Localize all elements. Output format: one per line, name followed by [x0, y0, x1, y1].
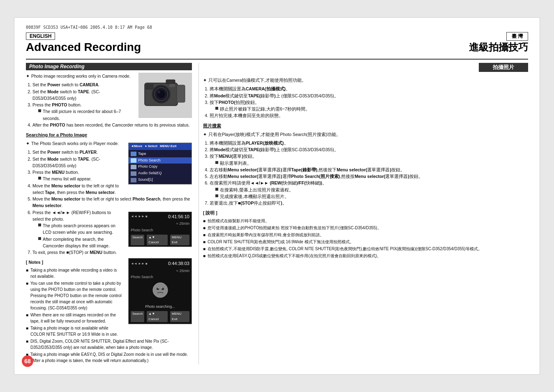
- top-bar: 00839F SCD353 USA+TAI~086 2005.4.10 8:17…: [26, 25, 528, 30]
- svg-point-13: [158, 288, 159, 288]
- svg-rect-6: [169, 84, 175, 87]
- menu-row-audio: Audio Sel&EQ: [129, 170, 192, 177]
- right-header: 臺 灣 進級拍攝技巧: [469, 32, 528, 54]
- playback-screen: ◄◄ ►► ■ 0:41:56:10 ≈ 25min Photo Search …: [128, 212, 192, 247]
- menu-screenshot: ◄Move ● Select MENU Exit Tape Photo Sear…: [128, 143, 192, 184]
- zh-notes-section: [ 說明 ] ■拍照模式在錄製影片時不能使用。 ■您可使用連接鏡上的PHOTO拍…: [203, 210, 528, 258]
- svg-point-11: [157, 288, 159, 290]
- right-section-header: 拍攝照片: [479, 63, 528, 72]
- left-section-header: Photo Image Recording: [26, 63, 192, 70]
- left-column: Photo Image Recording PHOTO: [26, 63, 199, 364]
- searching-screen: ◄◄ ►► ■ 0:44:38:03 ≈ 25min Photo Search: [128, 258, 192, 324]
- left-header: ENGLISH Advanced Recording: [26, 32, 141, 57]
- menu-row-photosearch: Photo Search: [129, 157, 192, 164]
- page-title-right: 進級拍攝技巧: [469, 41, 528, 54]
- searching-subtitle: Searching for a Photo Image: [26, 131, 192, 138]
- svg-point-10: [153, 283, 168, 297]
- page-wrapper: 00839F SCD353 USA+TAI~086 2005.4.10 8:17…: [14, 17, 540, 375]
- svg-point-4: [158, 91, 160, 93]
- menu-row-photocopy: Photo Copy: [129, 164, 192, 170]
- page-title-left: Advanced Recording: [26, 41, 141, 54]
- svg-rect-8: [177, 85, 185, 102]
- header-divider: [26, 59, 528, 60]
- camera-image: PHOTO: [138, 73, 192, 118]
- zh-searching-subtitle: 照片搜索: [203, 122, 528, 129]
- taiwan-badge: 臺 灣: [506, 32, 528, 41]
- main-content: Photo Image Recording PHOTO: [26, 63, 528, 364]
- english-badge: ENGLISH: [26, 32, 55, 40]
- header-row: ENGLISH Advanced Recording 臺 灣 進級拍攝技巧: [26, 32, 528, 57]
- svg-point-14: [162, 288, 162, 288]
- right-body: ✦ 只可以在Camera拍攝模式下,才能使用拍照功能。 將本機開關設置為CAME…: [203, 77, 528, 258]
- menu-row-sound: Sound[1]: [129, 177, 192, 183]
- svg-rect-9: [145, 84, 154, 90]
- menu-row-tape: Tape: [129, 151, 192, 157]
- page-number-badge: 68: [22, 355, 33, 367]
- svg-rect-5: [166, 80, 175, 84]
- right-column: 拍攝照片 ✦ 只可以在Camera拍攝模式下,才能使用拍照功能。 將本機開關設置…: [199, 63, 528, 364]
- svg-text:PHOTO: PHOTO: [155, 106, 167, 109]
